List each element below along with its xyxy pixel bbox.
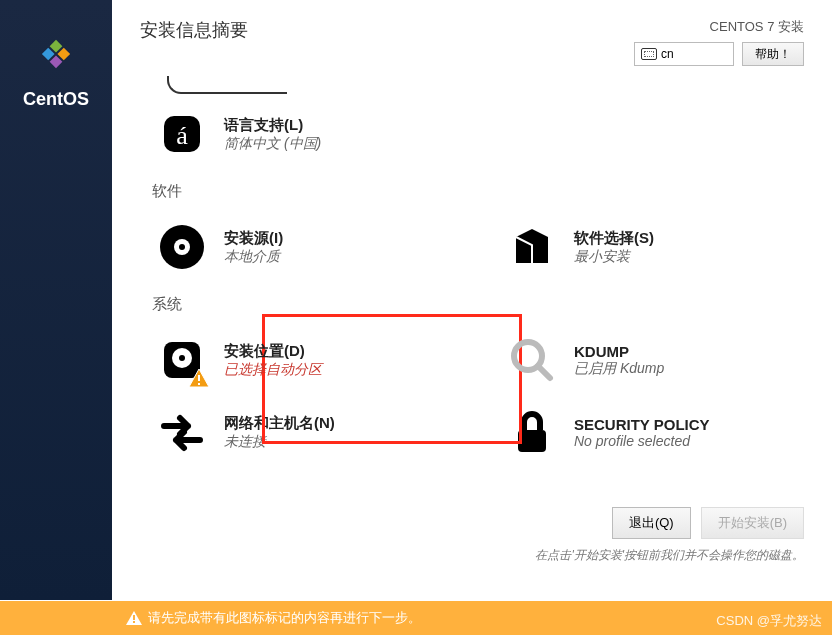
source-sub: 本地介质 [224,248,283,266]
help-button[interactable]: 帮助！ [742,42,804,66]
warning-text: 请先完成带有此图标标记的内容再进行下一步。 [148,609,421,627]
sidebar: CentOS [0,0,112,600]
dest-sub: 已选择自动分区 [224,361,322,379]
keyboard-icon [641,48,657,60]
svg-rect-12 [198,375,200,381]
svg-rect-16 [518,430,546,452]
page-title: 安装信息摘要 [140,18,248,66]
svg-rect-0 [50,40,63,53]
truncated-section-indicator [167,76,287,94]
kdump-title: KDUMP [574,343,664,360]
disc-icon [156,221,208,273]
keyboard-layout-selector[interactable]: cn [634,42,734,66]
system-section-header: 系统 [152,295,804,314]
lang-code: cn [661,47,674,61]
begin-install-button[interactable]: 开始安装(B) [701,507,804,539]
magnify-icon [506,334,558,386]
lang-title: 语言支持(L) [224,116,321,135]
source-title: 安装源(I) [224,229,283,248]
brand-text: CentOS [23,89,89,110]
language-support-item[interactable]: á 语言支持(L) 简体中文 (中国) [152,104,442,164]
svg-rect-18 [133,621,135,623]
footer-note: 在点击'开始安装'按钮前我们并不会操作您的磁盘。 [535,547,804,564]
network-icon [156,406,208,458]
centos-logo: CentOS [23,30,89,110]
security-item[interactable]: SECURITY POLICY No profile selected [502,402,792,462]
selection-sub: 最小安装 [574,248,654,266]
language-icon: á [156,108,208,160]
software-section-header: 软件 [152,182,804,201]
watermark: CSDN @孚尤努达 [716,612,822,630]
install-destination-item[interactable]: 安装位置(D) 已选择自动分区 [152,330,442,390]
kdump-item[interactable]: KDUMP 已启用 Kdump [502,330,792,390]
warning-triangle-icon [126,611,142,625]
security-title: SECURITY POLICY [574,416,710,433]
svg-rect-2 [42,48,55,61]
quit-button[interactable]: 退出(Q) [612,507,691,539]
svg-rect-3 [50,55,63,68]
install-label: CENTOS 7 安装 [710,18,804,36]
svg-point-11 [179,355,185,361]
svg-point-8 [179,244,185,250]
warning-bar: 请先完成带有此图标标记的内容再进行下一步。 CSDN @孚尤努达 [0,601,832,635]
package-icon [506,221,558,273]
install-source-item[interactable]: 安装源(I) 本地介质 [152,217,442,277]
svg-rect-17 [133,615,135,620]
selection-title: 软件选择(S) [574,229,654,248]
svg-line-15 [538,366,550,378]
software-selection-item[interactable]: 软件选择(S) 最小安装 [502,217,792,277]
kdump-sub: 已启用 Kdump [574,360,664,378]
svg-rect-1 [57,48,70,61]
disk-icon [156,334,208,386]
main-panel: 安装信息摘要 CENTOS 7 安装 cn 帮助！ á 语言 [112,0,832,600]
lang-sub: 简体中文 (中国) [224,135,321,153]
svg-text:á: á [176,121,188,150]
svg-rect-13 [198,383,200,385]
security-sub: No profile selected [574,433,710,449]
dest-title: 安装位置(D) [224,342,322,361]
